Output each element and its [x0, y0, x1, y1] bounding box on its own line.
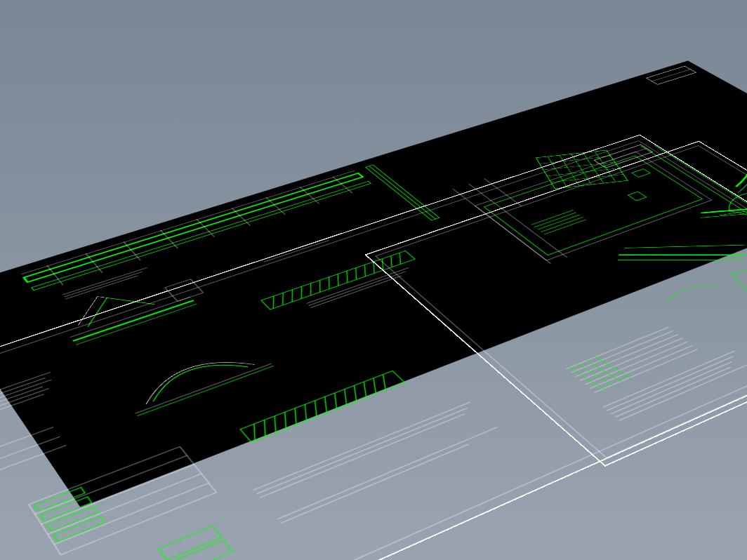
svg-line-149 [625, 218, 746, 276]
svg-line-122 [256, 408, 467, 493]
legend-symbols [0, 425, 67, 483]
svg-line-112 [295, 404, 317, 420]
svg-line-82 [0, 372, 51, 415]
detail-table [29, 446, 216, 554]
svg-line-160 [603, 351, 735, 407]
notes-block [0, 372, 62, 432]
svg-line-147 [619, 225, 745, 286]
stair-section [566, 327, 697, 392]
svg-line-148 [618, 229, 745, 292]
svg-line-115 [325, 393, 347, 409]
svg-rect-150 [731, 260, 747, 291]
svg-rect-105 [169, 540, 232, 560]
svg-line-111 [285, 408, 307, 425]
svg-rect-106 [240, 371, 404, 442]
svg-line-92 [0, 446, 66, 474]
svg-line-118 [355, 382, 376, 397]
svg-rect-104 [159, 526, 221, 560]
svg-rect-102 [47, 507, 98, 531]
svg-line-125 [281, 444, 469, 524]
svg-line-114 [315, 396, 337, 413]
svg-line-163 [615, 367, 731, 417]
svg-line-123 [260, 414, 465, 498]
svg-line-116 [335, 389, 357, 406]
svg-line-97 [41, 465, 194, 524]
svg-line-85 [0, 387, 43, 425]
svg-line-119 [364, 378, 385, 394]
svg-line-144 [577, 361, 614, 388]
svg-rect-100 [34, 488, 85, 512]
svg-line-90 [0, 427, 53, 455]
svg-line-140 [585, 342, 688, 385]
svg-line-108 [254, 420, 276, 436]
svg-line-113 [305, 401, 326, 417]
svg-line-117 [345, 385, 366, 401]
svg-line-84 [0, 380, 51, 422]
svg-line-141 [590, 345, 693, 388]
svg-line-146 [595, 354, 631, 380]
svg-line-142 [595, 349, 698, 392]
svg-line-94 [137, 366, 273, 415]
svg-line-98 [48, 474, 201, 534]
svg-line-87 [0, 394, 44, 432]
svg-line-65 [652, 69, 691, 81]
svg-line-67 [64, 272, 143, 297]
section-arch [119, 345, 274, 415]
svg-line-121 [253, 402, 470, 490]
svg-line-137 [571, 331, 673, 373]
svg-line-99 [54, 483, 209, 545]
svg-line-139 [580, 338, 682, 381]
svg-rect-103 [53, 516, 105, 542]
svg-line-109 [265, 416, 286, 433]
svg-line-145 [586, 357, 622, 385]
svg-line-164 [619, 364, 747, 420]
svg-line-161 [607, 356, 734, 411]
viewport-3d[interactable] [0, 0, 747, 560]
svg-line-66 [62, 267, 147, 295]
svg-line-86 [0, 389, 48, 429]
svg-line-96 [35, 455, 187, 514]
svg-line-124 [277, 427, 497, 519]
svg-line-162 [611, 361, 732, 413]
svg-line-91 [0, 436, 60, 464]
svg-rect-95 [29, 446, 216, 554]
svg-line-136 [566, 327, 668, 368]
svg-line-143 [568, 364, 604, 392]
svg-line-93 [135, 364, 272, 413]
svg-line-110 [275, 412, 296, 429]
svg-line-83 [0, 378, 46, 418]
svg-line-120 [374, 375, 395, 390]
svg-line-107 [244, 424, 265, 441]
svg-line-138 [576, 335, 678, 377]
svg-rect-101 [41, 497, 92, 521]
svg-line-68 [66, 276, 138, 299]
hatch-strip [240, 371, 404, 442]
